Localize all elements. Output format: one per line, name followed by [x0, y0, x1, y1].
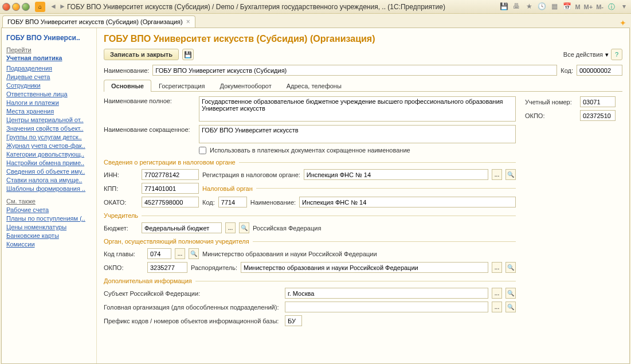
- naim-input[interactable]: [299, 197, 516, 208]
- sidebar-link[interactable]: Сотрудники: [6, 82, 92, 89]
- full-name-input[interactable]: [199, 96, 516, 122]
- reg-select-button[interactable]: ...: [492, 169, 502, 180]
- reg-input[interactable]: [304, 169, 488, 180]
- kod-input[interactable]: [218, 197, 247, 208]
- short-name-input[interactable]: [199, 125, 516, 143]
- subj-select-button[interactable]: ...: [492, 288, 502, 299]
- back-icon[interactable]: ◄: [49, 2, 58, 11]
- sidebar-link[interactable]: Цены номенклатуры: [6, 224, 92, 230]
- calc-icon[interactable]: ▦: [550, 2, 559, 11]
- uchnum-input[interactable]: [580, 96, 616, 107]
- rasp-input[interactable]: [241, 262, 488, 273]
- sidebar-seealso-head: См. также: [6, 198, 92, 205]
- head-input[interactable]: [285, 302, 488, 312]
- sidebar-link[interactable]: Журнал учета счетов-фак..: [6, 142, 92, 149]
- fwd-icon[interactable]: ►: [58, 2, 67, 11]
- sidebar-link[interactable]: Места хранения: [6, 108, 92, 115]
- document-tab[interactable]: ГОБУ ВПО Университет искусств (Субсидия)…: [2, 15, 195, 28]
- okato-input[interactable]: [142, 197, 199, 208]
- minimize-window-icon[interactable]: [12, 3, 20, 11]
- mem-mminus[interactable]: M-: [596, 3, 603, 10]
- name-input[interactable]: [152, 65, 557, 76]
- sidebar-link[interactable]: Настройки обмена приме..: [6, 159, 92, 166]
- reg-search-button[interactable]: 🔍: [505, 169, 516, 180]
- star-toggle-icon[interactable]: ✦: [620, 18, 626, 28]
- history-icon[interactable]: 🕓: [537, 2, 546, 11]
- glava-search-button[interactable]: 🔍: [189, 248, 199, 259]
- budget-search-button[interactable]: 🔍: [239, 222, 249, 233]
- sidebar-link[interactable]: Категории довольствующ..: [6, 151, 92, 158]
- glava-input[interactable]: [147, 248, 171, 259]
- sidebar-links: ПодразделенияЛицевые счетаСотрудникиОтве…: [6, 65, 92, 192]
- tab-1[interactable]: Госрегистрация: [151, 80, 212, 92]
- toolbar: Записать и закрыть 💾 Все действия ▾ ?: [104, 49, 622, 60]
- calendar-icon[interactable]: 📅: [562, 2, 571, 11]
- sidebar-link[interactable]: Ответственные лица: [6, 91, 92, 97]
- kpp-input[interactable]: [142, 183, 199, 194]
- all-actions-link[interactable]: Все действия: [563, 51, 603, 58]
- code-input[interactable]: [577, 65, 622, 76]
- print-icon[interactable]: 🖶: [512, 2, 521, 11]
- use-short-checkbox[interactable]: [199, 147, 206, 154]
- head-label: Головная организация (для обособленных п…: [104, 304, 281, 311]
- save-disk-icon[interactable]: 💾: [499, 2, 508, 11]
- sidebar-link[interactable]: Планы по поступлениям (..: [6, 215, 92, 222]
- budget-select-button[interactable]: ...: [225, 222, 236, 233]
- name-label: Наименование:: [104, 67, 149, 74]
- sidebar-title: ГОБУ ВПО Универси..: [6, 34, 92, 42]
- tab-3[interactable]: Адреса, телефоны: [279, 80, 349, 92]
- close-tab-icon[interactable]: ×: [186, 18, 190, 26]
- help-button[interactable]: ?: [611, 49, 622, 60]
- subj-input[interactable]: [285, 288, 488, 299]
- main-panel: ГОБУ ВПО Университет искусств (Субсидия)…: [97, 28, 629, 363]
- okpo-label: ОКПО:: [525, 112, 577, 119]
- sidebar-link[interactable]: Подразделения: [6, 65, 92, 72]
- tab-0[interactable]: Основные: [104, 80, 151, 92]
- subj-search-button[interactable]: 🔍: [505, 288, 516, 299]
- document-tabbar: ГОБУ ВПО Университет искусств (Субсидия)…: [0, 14, 631, 28]
- organ-section-label: Орган, осуществляющий полномочия учредит…: [104, 238, 516, 245]
- sidebar-link[interactable]: Банковские карты: [6, 232, 92, 239]
- maximize-window-icon[interactable]: [22, 3, 30, 11]
- kod-label: Код:: [202, 199, 215, 206]
- okpo-input[interactable]: [580, 110, 616, 121]
- app-home-icon[interactable]: ⌂: [35, 2, 45, 12]
- form-area: Наименование полное: Наименование сокращ…: [104, 96, 622, 329]
- kpp-label: КПП:: [104, 185, 138, 192]
- dropdown-icon[interactable]: ▾: [605, 51, 609, 58]
- sidebar-link[interactable]: Налоги и платежи: [6, 99, 92, 106]
- glava-label: Код главы:: [104, 251, 144, 257]
- sidebar-link[interactable]: Рабочие счета: [6, 206, 92, 213]
- close-window-icon[interactable]: [2, 3, 10, 11]
- head-search-button[interactable]: 🔍: [505, 302, 516, 312]
- save-close-button[interactable]: Записать и закрыть: [104, 49, 179, 60]
- inn-input[interactable]: [142, 169, 199, 180]
- favorite-icon[interactable]: ★: [524, 2, 534, 11]
- sidebar-link[interactable]: Сведения об объекте иму..: [6, 168, 92, 175]
- mem-mplus[interactable]: M+: [584, 3, 593, 10]
- prefix-input[interactable]: [285, 315, 302, 326]
- sidebar-link[interactable]: Значения свойств объект..: [6, 125, 92, 132]
- rasp-search-button[interactable]: 🔍: [505, 262, 516, 273]
- sidebar-link[interactable]: Группы по услугам детск..: [6, 134, 92, 140]
- mem-m[interactable]: M: [575, 3, 580, 10]
- rasp-select-button[interactable]: ...: [492, 262, 502, 273]
- sidebar-link[interactable]: Шаблоны формирования ..: [6, 185, 92, 192]
- head-select-button[interactable]: ...: [492, 302, 502, 312]
- sidebar-link[interactable]: Комиссии: [6, 241, 92, 248]
- titlebar: ⌂ ◄ ► ГОБУ ВПО Университет искусств (Суб…: [0, 0, 631, 14]
- help-icon[interactable]: ⓘ: [607, 2, 616, 11]
- inn-label: ИНН:: [104, 171, 138, 178]
- sidebar-link[interactable]: Лицевые счета: [6, 73, 92, 80]
- sidebar-link[interactable]: Ставки налога на имуще..: [6, 177, 92, 183]
- budget-input[interactable]: [142, 222, 222, 233]
- reg-section-label: Сведения о регистрации в налоговом орган…: [104, 159, 516, 166]
- sidebar-goto-head: Перейти: [6, 46, 92, 53]
- sidebar-link[interactable]: Центры материальной от..: [6, 116, 92, 123]
- glava-select-button[interactable]: ...: [175, 248, 185, 259]
- save-button[interactable]: 💾: [182, 49, 194, 60]
- dropdown-icon[interactable]: ▾: [620, 2, 629, 11]
- okpo2-input[interactable]: [147, 262, 187, 273]
- sidebar-policy-link[interactable]: Учетная политика: [6, 54, 92, 61]
- tab-2[interactable]: Документооборот: [212, 80, 279, 92]
